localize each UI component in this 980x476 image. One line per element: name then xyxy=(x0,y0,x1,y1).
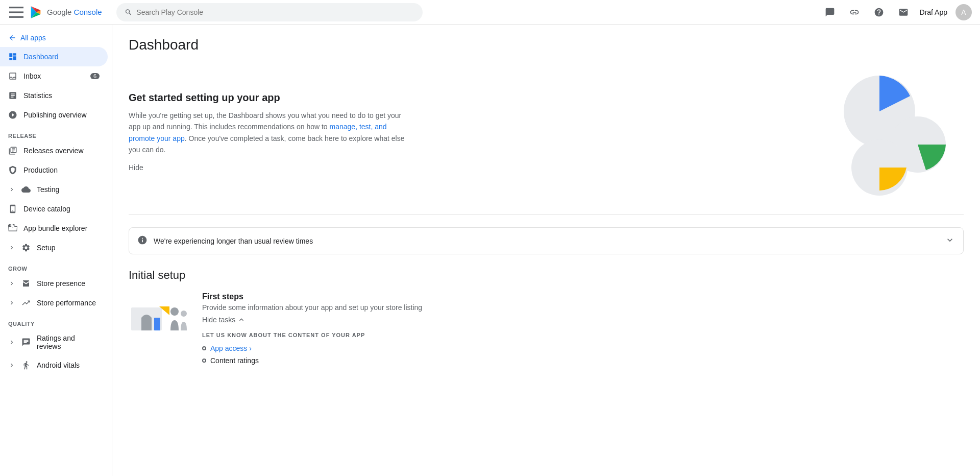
menu-icon[interactable] xyxy=(8,4,24,20)
grow-section-label: Grow xyxy=(0,257,112,274)
hide-tasks-label: Hide tasks xyxy=(202,316,235,324)
link-icon[interactable] xyxy=(846,4,863,20)
back-arrow-icon xyxy=(8,34,16,42)
hide-tasks-button[interactable]: Hide tasks xyxy=(202,316,964,324)
publishing-icon xyxy=(8,110,17,120)
sidebar-item-android-vitals[interactable]: Android vitals xyxy=(0,355,108,375)
topbar: Google Console Draf App A xyxy=(0,0,980,25)
sidebar-item-setup[interactable]: Setup xyxy=(0,238,108,257)
sidebar-item-store-performance[interactable]: Store performance xyxy=(0,293,108,313)
sidebar-item-label: Releases overview xyxy=(23,147,84,155)
mail-icon[interactable] xyxy=(895,4,912,20)
all-apps-label: All apps xyxy=(20,34,46,42)
hero-description: While you're getting set up, the Dashboa… xyxy=(129,110,414,156)
notifications-icon[interactable] xyxy=(822,4,838,20)
all-apps-button[interactable]: All apps xyxy=(0,29,112,47)
expand-icon xyxy=(8,186,15,193)
svg-rect-0 xyxy=(9,7,23,8)
ratings-icon xyxy=(21,338,31,347)
expand-icon-ratings xyxy=(8,339,15,346)
sidebar-item-releases-overview[interactable]: Releases overview xyxy=(0,141,108,160)
bundle-icon xyxy=(8,224,17,233)
layout: All apps Dashboard Inbox 6 Statistics xyxy=(0,25,980,476)
task-dot-2 xyxy=(202,359,206,363)
sidebar-item-label: Store performance xyxy=(37,299,96,307)
main-content: Dashboard Get started setting up your ap… xyxy=(112,25,980,476)
first-steps-illustration xyxy=(129,292,190,333)
task-item-content-ratings: Content ratings xyxy=(202,354,964,367)
sidebar-item-label: Dashboard xyxy=(23,53,59,61)
expand-icon-store xyxy=(8,280,15,287)
initial-setup-title: Initial setup xyxy=(129,269,964,282)
sidebar-item-publishing[interactable]: Publishing overview xyxy=(0,105,108,125)
expand-icon-vitals xyxy=(8,362,15,369)
sidebar-item-label: App bundle explorer xyxy=(23,224,87,232)
quality-section-label: Quality xyxy=(0,313,112,329)
avatar[interactable]: A xyxy=(955,4,972,20)
device-icon xyxy=(8,204,17,213)
svg-rect-1 xyxy=(9,11,23,13)
sidebar-item-label: Testing xyxy=(37,185,59,194)
sidebar-item-store-presence[interactable]: Store presence xyxy=(0,274,108,293)
expand-icon-perf xyxy=(8,299,15,306)
sidebar-item-ratings[interactable]: Ratings and reviews xyxy=(0,329,108,355)
svg-point-9 xyxy=(170,307,179,316)
sidebar-item-label: Publishing overview xyxy=(23,111,87,119)
help-icon[interactable] xyxy=(871,4,887,20)
logo: Google Console xyxy=(8,4,110,20)
sidebar-item-device-catalog[interactable]: Device catalog xyxy=(0,199,108,219)
task-section-label: LET US KNOW ABOUT THE CONTENT OF YOUR AP… xyxy=(202,332,964,338)
first-steps-desc: Provide some information about your app … xyxy=(202,303,964,312)
svg-point-10 xyxy=(181,311,187,317)
expand-icon-setup xyxy=(8,244,15,251)
notice-text: We're experiencing longer than usual rev… xyxy=(154,237,313,245)
svg-rect-7 xyxy=(154,318,160,330)
sidebar-item-label: Statistics xyxy=(23,91,52,100)
content-ratings-label: Content ratings xyxy=(210,356,259,365)
sidebar-item-label: Device catalog xyxy=(23,205,70,213)
sidebar-item-label: Android vitals xyxy=(37,361,80,369)
search-bar[interactable] xyxy=(116,3,423,21)
sidebar-item-testing[interactable]: Testing xyxy=(0,180,108,199)
search-icon xyxy=(125,8,132,16)
store-icon xyxy=(21,279,31,288)
page-title: Dashboard xyxy=(129,37,964,53)
notice-banner[interactable]: We're experiencing longer than usual rev… xyxy=(129,227,964,254)
hide-button[interactable]: Hide xyxy=(129,163,143,172)
sidebar-item-statistics[interactable]: Statistics xyxy=(0,86,108,105)
chevron-down-icon xyxy=(945,235,955,247)
sidebar-item-production[interactable]: Production xyxy=(0,160,108,180)
sidebar-item-dashboard[interactable]: Dashboard xyxy=(0,47,108,66)
inbox-badge: 6 xyxy=(90,73,100,79)
vitals-icon xyxy=(21,361,31,370)
first-steps-title: First steps xyxy=(202,292,964,301)
setup-icon xyxy=(21,243,31,252)
app-name: Draf App xyxy=(920,8,947,16)
sidebar-item-label: Ratings and reviews xyxy=(37,334,100,350)
releases-icon xyxy=(8,146,17,155)
search-input[interactable] xyxy=(136,8,414,16)
hero-illustration xyxy=(831,65,964,198)
task-item-app-access: App access › xyxy=(202,342,964,354)
app-access-link[interactable]: App access › xyxy=(210,344,252,352)
performance-icon xyxy=(21,298,31,307)
release-section-label: Release xyxy=(0,125,112,141)
task-dot xyxy=(202,346,206,350)
sidebar: All apps Dashboard Inbox 6 Statistics xyxy=(0,25,112,476)
setup-illustration xyxy=(129,292,190,335)
sidebar-item-label: Setup xyxy=(37,244,56,252)
sidebar-item-label: Store presence xyxy=(37,279,85,288)
pie-chart-svg xyxy=(831,65,964,198)
sidebar-item-inbox[interactable]: Inbox 6 xyxy=(0,66,108,86)
dashboard-icon xyxy=(8,52,17,61)
chevron-up-icon xyxy=(237,316,246,324)
statistics-icon xyxy=(8,91,17,100)
hero-title: Get started setting up your app xyxy=(129,92,414,104)
setup-content: First steps Provide some information abo… xyxy=(202,292,964,367)
sidebar-item-app-bundle[interactable]: App bundle explorer xyxy=(0,219,108,238)
google-play-icon xyxy=(29,5,43,19)
testing-icon xyxy=(21,185,31,194)
production-icon xyxy=(8,165,17,175)
logo-text: Google Console xyxy=(47,8,102,16)
info-icon xyxy=(137,235,148,247)
